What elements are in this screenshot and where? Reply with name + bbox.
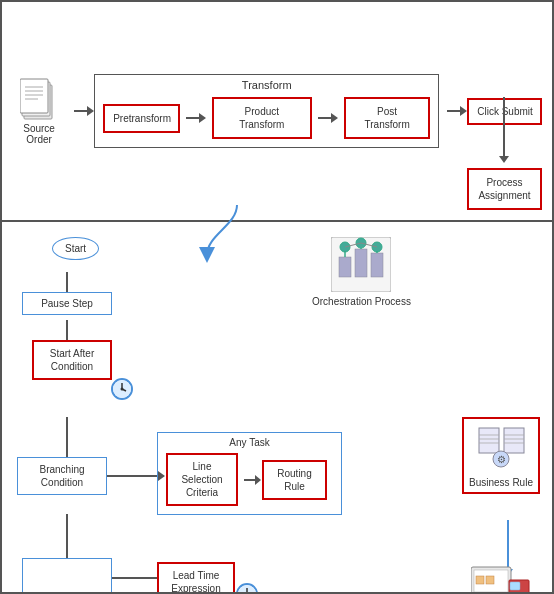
svg-point-11 [121,388,124,391]
main-container: Source Order Transform Pretransform Prod… [0,0,554,594]
submit-to-assignment-arrow [503,97,505,157]
svg-rect-49 [486,576,494,584]
empty-box [22,558,112,592]
svg-rect-19 [355,249,367,277]
lead-time-box[interactable]: Lead Time Expression [157,562,235,592]
svg-rect-42 [510,582,520,590]
line-selection-box[interactable]: Line Selection Criteria [166,453,238,506]
clock-icon-2 [235,582,259,592]
empty-to-leadtime-arrow [112,577,160,579]
source-order: Source Order [12,77,66,145]
svg-rect-20 [371,253,383,277]
business-rule-label: Business Rule [468,477,534,488]
start-after-condition-box[interactable]: Start After Condition [32,340,112,380]
transform-group: Transform Pretransform Product Transform… [94,74,439,148]
start-node[interactable]: Start [52,237,99,260]
source-to-transform-arrow [74,105,94,117]
branching-to-task-arrow [107,475,159,477]
routing-rule-box[interactable]: Routing Rule [262,460,327,500]
branching-condition-box[interactable]: Branching Condition [17,457,107,495]
business-rule-box[interactable]: ⚙ Business Rule [462,417,540,494]
any-task-inner: Line Selection Criteria Routing Rule [166,453,333,506]
pause-step-box[interactable]: Pause Step [22,292,112,315]
pretransform-box[interactable]: Pretransform [103,104,179,133]
any-task-group: Any Task Line Selection Criteria Routing… [157,432,342,515]
any-task-label: Any Task [229,437,269,448]
start-to-pause-arrow [66,272,68,294]
svg-rect-18 [339,257,351,277]
branching-to-empty-arrow [66,514,68,560]
svg-rect-29 [479,428,499,453]
bottom-section: Start Pause Step Start After Condition B… [2,222,552,592]
svg-rect-30 [504,428,524,453]
orchestration-process-box[interactable]: Orchestration Process [312,237,411,307]
transform-group-label: Transform [242,79,292,91]
svg-rect-2 [20,79,48,113]
svg-rect-48 [476,576,484,584]
process-assignment-box[interactable]: Process Assignment [467,168,542,210]
orchestration-label: Orchestration Process [312,296,411,307]
source-order-label: Source Order [12,123,66,145]
condition-to-branching-arrow [66,417,68,459]
transform-to-submit-arrow [447,105,467,117]
top-section: Source Order Transform Pretransform Prod… [2,2,552,222]
svg-text:⚙: ⚙ [497,454,506,465]
orchestration-icon [331,237,391,292]
product-to-post-arrow [318,112,338,124]
fulfillment-icon [471,562,531,592]
pre-to-product-arrow [186,112,206,124]
clock-icon-1 [110,377,134,401]
product-transform-box[interactable]: Product Transform [212,97,312,139]
source-order-icon [20,77,58,121]
post-transform-box[interactable]: Post Transform [344,97,430,139]
business-rule-icon: ⚙ [474,423,529,473]
line-to-routing-arrow [244,479,256,481]
pause-to-condition-arrow [66,320,68,342]
fulfillment-system-box[interactable]: Fulfillment System [462,562,540,584]
